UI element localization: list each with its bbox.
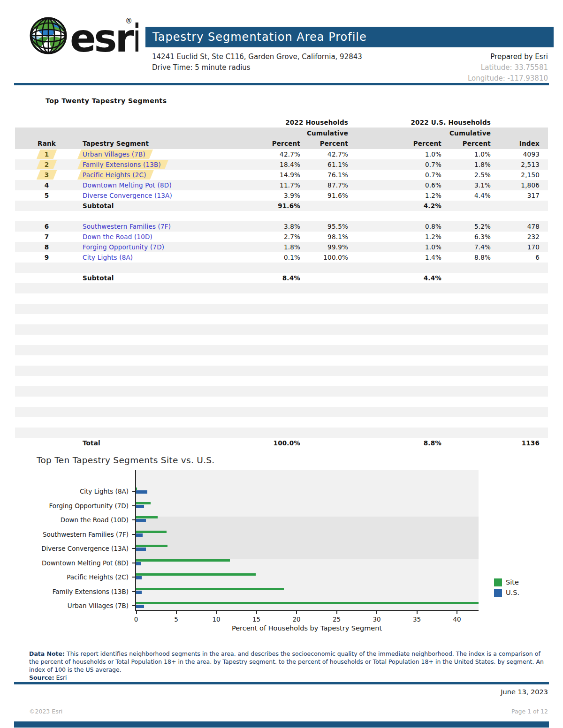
percent-value: 91.6% xyxy=(263,202,300,210)
category-tick xyxy=(132,605,136,606)
col-header-us-percent: Percent xyxy=(348,140,441,147)
segment-link[interactable]: Urban Villages (7B) xyxy=(77,150,153,159)
segment-link[interactable]: Downtown Melting Pot (8D) xyxy=(83,181,172,189)
legend-swatch xyxy=(494,578,502,586)
chart-category-label: Family Extensions (13B) xyxy=(53,587,129,596)
table-row: 8 Forging Opportunity (7D) 1.8% 99.9% 1.… xyxy=(15,242,548,252)
x-axis-tick xyxy=(376,611,377,614)
rank-value: 4 xyxy=(45,181,49,189)
segment-link[interactable]: City Lights (8A) xyxy=(83,254,133,261)
us-bar xyxy=(136,591,142,594)
segment-link[interactable]: Forging Opportunity (7D) xyxy=(83,243,164,251)
chart-category-label: Pacific Heights (2C) xyxy=(67,572,129,582)
x-axis-tick-label: 15 xyxy=(246,615,267,623)
cum-percent-value: 42.7% xyxy=(300,150,348,158)
category-tick xyxy=(132,577,136,578)
segment-table-rows: 1 Urban Villages (7B) 42.7% 42.7% 1.0% 1… xyxy=(15,149,548,448)
us-percent-value: 4.2% xyxy=(348,202,441,210)
table-row xyxy=(15,417,548,428)
cum-percent-value: 98.1% xyxy=(300,233,348,240)
bottom-bar xyxy=(14,721,549,728)
category-tick xyxy=(132,563,136,563)
segment-link[interactable]: Pacific Heights (2C) xyxy=(77,170,154,180)
col-header-us-cum-percent: Percent xyxy=(441,140,491,147)
table-column-header-row: Rank Tapestry Segment Percent Percent Pe… xyxy=(15,138,548,149)
table-row: Total 100.0% 8.8% 1136 xyxy=(15,438,548,448)
category-tick xyxy=(132,548,136,549)
table-row xyxy=(15,335,548,345)
page-number: Page 1 of 12 xyxy=(511,708,548,715)
prepared-by: Prepared by Esri xyxy=(468,52,548,62)
index-value: 6 xyxy=(491,254,540,261)
table-row xyxy=(15,407,548,417)
table-header-band: Cumulative Cumulative Rank Tapestry Segm… xyxy=(15,128,548,149)
chart-plot: 0510152025303540 xyxy=(135,470,479,611)
table-row: 3 Pacific Heights (2C) 14.9% 76.1% 0.7% … xyxy=(15,170,548,180)
x-axis-tick-label: 5 xyxy=(166,615,187,623)
us-bar xyxy=(136,562,141,565)
us-cum-percent-value: 8.8% xyxy=(441,254,491,261)
index-value: 232 xyxy=(491,233,540,240)
legend-label: U.S. xyxy=(506,589,519,596)
cum-percent-value: 99.9% xyxy=(300,243,348,251)
data-note-label: Data Note: xyxy=(29,650,65,657)
index-value: 170 xyxy=(491,243,540,251)
us-bar xyxy=(136,519,146,522)
us-percent-value: 0.6% xyxy=(348,181,441,189)
x-axis-tick xyxy=(296,611,297,614)
site-bar xyxy=(136,502,151,504)
header-divider xyxy=(14,83,549,85)
drive-time-line: Drive Time: 5 minute radius xyxy=(152,62,362,73)
us-percent-value: 1.0% xyxy=(348,150,441,158)
segment-link[interactable]: Family Extensions (13B) xyxy=(77,160,168,169)
category-tick xyxy=(132,519,136,520)
segment-link: Total xyxy=(83,439,100,447)
segment-link[interactable]: Southwestern Families (7F) xyxy=(83,223,171,230)
x-axis-tick xyxy=(176,611,177,614)
x-axis-tick-label: 10 xyxy=(206,615,227,623)
us-cum-percent-value: 5.2% xyxy=(441,223,491,230)
us-percent-value: 1.4% xyxy=(348,254,441,261)
chart-category-labels: City Lights (8A)Forging Opportunity (7D)… xyxy=(14,470,131,611)
table-row xyxy=(15,324,548,335)
percent-value: 0.1% xyxy=(263,254,300,261)
site-bar xyxy=(136,488,137,490)
footer-divider xyxy=(14,682,549,684)
x-axis-tick-label: 35 xyxy=(407,615,427,623)
table-row: 1 Urban Villages (7B) 42.7% 42.7% 1.0% 1… xyxy=(15,149,548,159)
index-value: 2,150 xyxy=(491,171,540,179)
rank-value: 1 xyxy=(37,150,57,159)
col-header-index: Index xyxy=(491,140,540,147)
source-text: Esri xyxy=(54,674,67,681)
table-row xyxy=(15,263,548,273)
table-row xyxy=(15,314,548,324)
us-cum-percent-value: 1.0% xyxy=(441,150,491,158)
us-bar xyxy=(136,533,143,537)
category-tick xyxy=(132,505,136,506)
table-row: Subtotal 8.4% 4.4% xyxy=(15,273,548,283)
legend-label: Site xyxy=(506,578,519,586)
us-bar xyxy=(136,490,147,494)
table-row: 4 Downtown Melting Pot (8D) 11.7% 87.7% … xyxy=(15,180,548,190)
us-cum-percent-value: 3.1% xyxy=(441,181,491,189)
data-note-text: This report identifies neighborhood segm… xyxy=(29,650,544,673)
percent-value: 2.7% xyxy=(263,233,300,240)
address-line: 14241 Euclid St, Ste C116, Garden Grove,… xyxy=(152,52,362,62)
x-axis-tick xyxy=(417,611,418,614)
table-heading: Top Twenty Tapestry Segments xyxy=(46,97,167,105)
chart-category-label: Diverse Convergence (13A) xyxy=(41,544,129,553)
us-bar xyxy=(136,605,144,608)
latitude: Latitude: 33.75581 xyxy=(468,62,548,73)
us-percent-value: 1.2% xyxy=(348,192,441,199)
segment-link[interactable]: Diverse Convergence (13A) xyxy=(83,192,172,199)
index-value: 2,513 xyxy=(491,161,540,168)
index-value: 478 xyxy=(491,223,540,230)
table-row xyxy=(15,283,548,293)
us-cum-percent-value: 4.4% xyxy=(441,192,491,199)
table-row xyxy=(15,428,548,438)
index-value: 4093 xyxy=(491,150,540,158)
site-bar xyxy=(136,516,158,518)
x-axis-tick xyxy=(336,611,337,614)
segment-link[interactable]: Down the Road (10D) xyxy=(83,233,152,240)
cum-percent-value: 76.1% xyxy=(300,171,348,179)
